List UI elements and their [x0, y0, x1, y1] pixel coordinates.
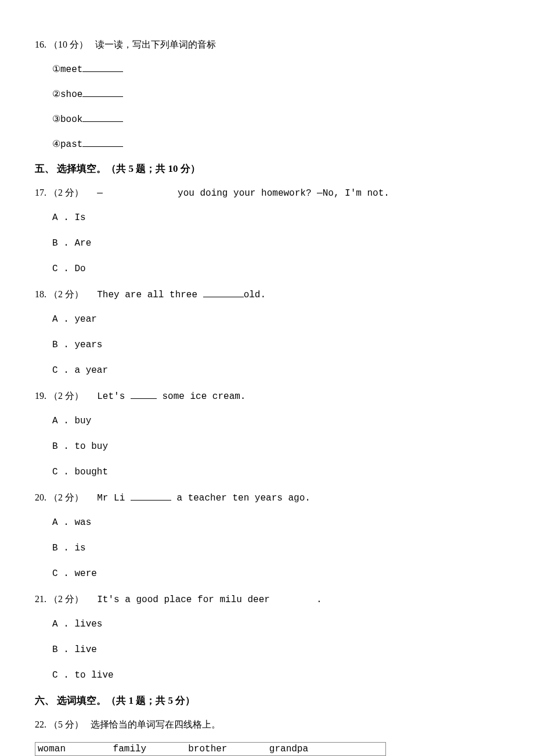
q18-option-c[interactable]: C . a year	[52, 363, 499, 377]
q16-item-1: ①meet	[52, 62, 499, 77]
option-label: C .	[52, 365, 69, 376]
q17-stem: 17. （2 分） — you doing your homework? —No…	[35, 186, 499, 200]
option-text: Do	[74, 264, 85, 274]
option-text: live	[74, 645, 96, 655]
fill-blank[interactable]	[203, 287, 244, 297]
q16-prompt: 读一读，写出下列单词的音标	[95, 39, 216, 49]
q19-option-b[interactable]: B . to buy	[52, 440, 499, 453]
option-text: bought	[74, 467, 108, 477]
option-text: a year	[74, 365, 108, 376]
option-text: lives	[74, 619, 102, 629]
q17-points: （2 分）	[49, 188, 84, 197]
q17-number: 17.	[35, 188, 46, 197]
q19-option-c[interactable]: C . bought	[52, 465, 499, 479]
fill-blank[interactable]	[82, 137, 123, 147]
word-bank: woman family brother grandpa	[35, 742, 386, 756]
circled-num: ③	[52, 114, 60, 124]
option-label: B .	[52, 340, 69, 350]
q17-option-c[interactable]: C . Do	[52, 262, 499, 276]
q20-option-b[interactable]: B . is	[52, 541, 499, 555]
fill-blank[interactable]	[82, 87, 123, 97]
option-label: A .	[52, 517, 69, 528]
section-6-heading: 六、 选词填空。（共 1 题；共 5 分）	[35, 694, 499, 707]
option-label: C .	[52, 467, 69, 477]
q22-number: 22.	[35, 719, 46, 729]
q20-option-c[interactable]: C . were	[52, 567, 499, 581]
option-text: year	[74, 314, 96, 325]
q21-prefix: It's a good place for milu deer	[97, 595, 270, 605]
q20-stem: 20. （2 分） Mr Li a teacher ten years ago.	[35, 491, 499, 505]
q18-option-b[interactable]: B . years	[52, 338, 499, 352]
option-text: to buy	[74, 441, 108, 452]
option-label: A .	[52, 619, 69, 629]
word-bank-item: family	[113, 744, 183, 754]
q21-stem: 21. （2 分） It's a good place for milu dee…	[35, 592, 499, 607]
option-text: Is	[74, 213, 85, 223]
q19-stem: 19. （2 分） Let's some ice cream.	[35, 389, 499, 404]
q18-prefix: They are all three	[97, 290, 203, 300]
option-label: C .	[52, 670, 69, 681]
q16-item-3: ③book	[52, 112, 499, 127]
option-label: B .	[52, 441, 69, 452]
q16-stem: 16. （10 分） 读一读，写出下列单词的音标	[35, 38, 499, 52]
option-label: C .	[52, 568, 69, 579]
q16-word-2: shoe	[60, 89, 82, 100]
word-bank-item: woman	[38, 744, 107, 754]
q17-option-b[interactable]: B . Are	[52, 236, 499, 250]
q16-item-4: ④past	[52, 137, 499, 152]
q19-number: 19.	[35, 391, 46, 401]
option-text: years	[74, 340, 102, 350]
q17-suffix: you doing your homework? —No, I'm not.	[178, 188, 389, 199]
option-label: B .	[52, 645, 69, 655]
fill-blank[interactable]	[82, 112, 123, 122]
option-text: is	[74, 543, 85, 553]
fill-blank[interactable]	[82, 62, 123, 72]
q21-number: 21.	[35, 594, 46, 604]
q21-suffix: .	[316, 595, 322, 605]
option-text: buy	[74, 416, 91, 426]
q20-prefix: Mr Li	[97, 493, 131, 503]
option-text: to live	[74, 670, 113, 681]
q20-option-a[interactable]: A . was	[52, 516, 499, 530]
q18-number: 18.	[35, 289, 46, 299]
word-bank-item: brother	[188, 744, 264, 754]
option-label: A .	[52, 416, 69, 426]
q16-points: （10 分）	[49, 39, 88, 49]
q21-option-a[interactable]: A . lives	[52, 617, 499, 631]
option-text: was	[74, 517, 91, 528]
option-label: A .	[52, 314, 69, 325]
circled-num: ④	[52, 139, 60, 149]
q22-stem: 22. （5 分） 选择恰当的单词写在四线格上。	[35, 718, 499, 732]
q19-points: （2 分）	[49, 391, 84, 401]
option-label: B .	[52, 543, 69, 553]
option-label: C .	[52, 264, 69, 274]
q21-points: （2 分）	[49, 594, 84, 604]
q18-points: （2 分）	[49, 289, 84, 299]
q22-prompt: 选择恰当的单词写在四线格上。	[91, 719, 221, 729]
circled-num: ①	[52, 64, 60, 74]
circled-num: ②	[52, 89, 60, 99]
q21-option-b[interactable]: B . live	[52, 643, 499, 657]
q19-suffix: some ice cream.	[157, 391, 246, 402]
fill-blank[interactable]	[131, 389, 157, 399]
option-text: Are	[74, 238, 91, 249]
word-bank-item: grandpa	[269, 744, 308, 754]
q20-number: 20.	[35, 492, 46, 502]
q18-stem: 18. （2 分） They are all three old.	[35, 287, 499, 302]
fill-blank[interactable]	[131, 491, 171, 501]
q19-prefix: Let's	[97, 391, 131, 402]
q16-word-1: meet	[60, 64, 82, 75]
q22-points: （5 分）	[49, 719, 84, 729]
q19-option-a[interactable]: A . buy	[52, 414, 499, 428]
option-label: A .	[52, 213, 69, 223]
q21-option-c[interactable]: C . to live	[52, 668, 499, 682]
q18-option-a[interactable]: A . year	[52, 312, 499, 326]
q17-option-a[interactable]: A . Is	[52, 211, 499, 225]
q16-number: 16.	[35, 39, 46, 49]
page: 16. （10 分） 读一读，写出下列单词的音标 ①meet ②shoe ③bo…	[0, 0, 534, 756]
section-5-heading: 五、 选择填空。（共 5 题；共 10 分）	[35, 162, 499, 175]
q20-points: （2 分）	[49, 492, 84, 502]
q17-prefix: —	[97, 188, 103, 199]
q16-word-3: book	[60, 114, 82, 125]
q18-suffix: old.	[244, 290, 266, 300]
